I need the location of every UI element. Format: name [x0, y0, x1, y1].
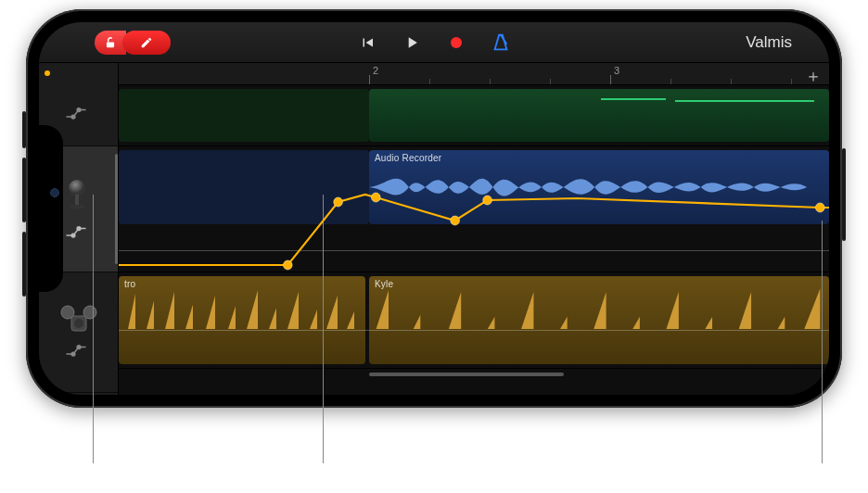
phone-notch	[39, 125, 63, 292]
phone-frame: Valmis	[26, 9, 842, 408]
phone-side-button	[842, 148, 846, 241]
region-label: tro	[124, 279, 135, 289]
svg-point-13	[71, 352, 75, 356]
track2-lane[interactable]: Audio Recorder	[119, 146, 829, 272]
region-label: Audio Recorder	[375, 153, 441, 163]
horizontal-scroll-thumb[interactable]	[369, 373, 564, 376]
pencil-icon	[137, 36, 156, 49]
app-screen: Valmis	[39, 22, 829, 395]
drum-waveform	[119, 276, 365, 364]
callout-line	[93, 195, 94, 463]
svg-point-8	[77, 226, 81, 230]
phone-mute-switch	[22, 111, 26, 148]
track1-lane[interactable]	[119, 85, 829, 146]
track-midline	[119, 330, 829, 331]
automation-curve-icon	[65, 344, 93, 362]
svg-point-12	[74, 319, 83, 328]
bar-ruler[interactable]: 2 3 ＋	[119, 63, 829, 85]
drum-region[interactable]: tro	[119, 276, 365, 364]
bar-marker-2: 2	[373, 65, 378, 76]
unlock-icon	[104, 36, 117, 49]
automation-active-indicator	[45, 70, 50, 76]
audio-region-empty[interactable]	[119, 150, 369, 224]
svg-rect-5	[75, 194, 79, 207]
skip-back-icon	[358, 34, 377, 51]
workspace: 2 3 ＋	[39, 63, 829, 395]
midi-region[interactable]	[369, 89, 829, 142]
midi-region[interactable]	[119, 89, 369, 142]
svg-rect-0	[107, 42, 114, 47]
region-label: Kyle	[375, 279, 393, 289]
automation-curve-icon	[65, 107, 93, 125]
callout-line	[822, 221, 823, 463]
go-to-start-button[interactable]	[357, 32, 377, 53]
track3-lane[interactable]: tro	[119, 272, 829, 369]
svg-point-3	[77, 107, 81, 111]
drum-waveform	[369, 276, 829, 364]
record-button[interactable]	[446, 32, 466, 53]
svg-point-2	[71, 115, 75, 119]
metronome-icon	[491, 32, 511, 53]
automation-edit-button[interactable]	[122, 31, 171, 55]
automation-curve-icon	[65, 225, 93, 244]
drum-region[interactable]: Kyle	[369, 276, 829, 364]
record-icon	[448, 34, 465, 51]
track-lock-button[interactable]	[95, 31, 126, 55]
microphone-icon	[60, 175, 97, 212]
play-button[interactable]	[402, 32, 422, 53]
phone-volume-down	[22, 232, 26, 297]
done-button[interactable]: Valmis	[746, 33, 792, 52]
metronome-button[interactable]	[491, 32, 511, 53]
toolbar: Valmis	[39, 22, 829, 63]
svg-point-7	[71, 234, 75, 237]
callout-line	[323, 195, 324, 463]
svg-point-14	[77, 345, 81, 348]
automation-baseline	[119, 250, 829, 251]
timeline[interactable]: 2 3 ＋	[119, 63, 829, 395]
audio-region[interactable]: Audio Recorder	[369, 150, 829, 224]
play-icon	[402, 33, 421, 52]
svg-rect-6	[70, 205, 84, 209]
tracks-area[interactable]: Audio Recorder tro	[119, 85, 829, 369]
phone-volume-up	[22, 158, 26, 222]
add-section-button[interactable]: ＋	[805, 65, 822, 87]
bar-marker-3: 3	[614, 65, 619, 76]
svg-point-1	[451, 37, 462, 48]
